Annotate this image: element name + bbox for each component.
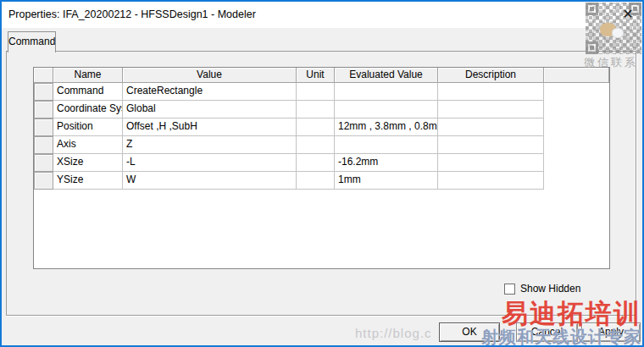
cell-evaluated[interactable]: 12mm , 3.8mm , 0.8mm	[335, 118, 438, 136]
cell-name: Command	[53, 83, 123, 101]
cell-description[interactable]	[438, 154, 544, 172]
cell-value[interactable]: CreateRectangle	[123, 83, 297, 101]
cell-unit[interactable]	[297, 136, 335, 154]
show-hidden-checkbox[interactable]	[504, 284, 515, 295]
window-title: Properties: IFA_20200212 - HFSSDesign1 -…	[8, 8, 256, 20]
title-bar: Properties: IFA_20200212 - HFSSDesign1 -…	[2, 2, 642, 28]
url-watermark: http://blog.c	[355, 326, 432, 340]
cell-value[interactable]: W	[123, 172, 297, 190]
row-selector[interactable]	[34, 136, 53, 154]
row-selector[interactable]	[34, 172, 53, 190]
cell-evaluated[interactable]	[335, 83, 438, 101]
table-row: YSize W 1mm	[34, 172, 545, 190]
close-icon[interactable]: ✕	[619, 5, 637, 24]
wechat-bubble-icon	[612, 28, 624, 38]
row-selector[interactable]	[34, 154, 53, 172]
header-evaluated-value: Evaluated Value	[335, 68, 438, 83]
table-row: XSize -L -16.2mm	[34, 154, 545, 172]
cell-description[interactable]	[438, 83, 544, 101]
cell-name: Position	[53, 118, 123, 136]
cell-evaluated[interactable]: -16.2mm	[335, 154, 438, 172]
cell-description[interactable]	[438, 118, 544, 136]
cell-evaluated[interactable]	[335, 101, 438, 118]
cell-evaluated[interactable]	[335, 136, 438, 154]
cell-unit[interactable]	[297, 83, 335, 101]
table-row: Position Offset ,H ,SubH 12mm , 3.8mm , …	[34, 118, 545, 136]
properties-grid: Name Value Unit Evaluated Value Descript…	[33, 67, 610, 269]
row-selector[interactable]	[34, 118, 53, 136]
cell-name: Axis	[53, 136, 123, 154]
cell-unit[interactable]	[297, 101, 335, 118]
show-hidden-label: Show Hidden	[520, 283, 580, 295]
properties-dialog: { "window": { "title": "Properties: IFA_…	[0, 0, 644, 347]
header-name: Name	[53, 68, 123, 83]
cancel-button[interactable]: Cancel	[516, 322, 578, 342]
header-description: Description	[438, 68, 544, 83]
cell-unit[interactable]	[297, 154, 335, 172]
tab-command[interactable]: Command	[8, 31, 56, 52]
cell-name: YSize	[53, 172, 123, 190]
cell-description[interactable]	[438, 172, 544, 190]
cell-unit[interactable]	[297, 172, 335, 190]
cell-value[interactable]: -L	[123, 154, 297, 172]
cell-value[interactable]: Z	[123, 136, 297, 154]
table-row: Coordinate Sys... Global	[34, 101, 545, 118]
table-row: Axis Z	[34, 136, 545, 154]
row-selector[interactable]	[34, 83, 53, 101]
cell-description[interactable]	[438, 136, 544, 154]
table-row: Command CreateRectangle	[34, 83, 545, 101]
grid-header-row: Name Value Unit Evaluated Value Descript…	[34, 68, 609, 83]
cell-evaluated[interactable]: 1mm	[335, 172, 438, 190]
row-selector[interactable]	[34, 101, 53, 118]
cell-value[interactable]: Offset ,H ,SubH	[123, 118, 297, 136]
header-row-selector	[34, 68, 53, 83]
cell-unit[interactable]	[297, 118, 335, 136]
header-filler	[544, 68, 609, 83]
cell-value[interactable]: Global	[123, 101, 297, 118]
cell-name: Coordinate Sys...	[53, 101, 123, 118]
ok-button[interactable]: OK	[439, 322, 500, 342]
cell-name: XSize	[53, 154, 123, 172]
header-value: Value	[123, 68, 297, 83]
header-unit: Unit	[297, 68, 335, 83]
cell-description[interactable]	[438, 101, 544, 118]
apply-button[interactable]: Apply	[581, 322, 641, 342]
